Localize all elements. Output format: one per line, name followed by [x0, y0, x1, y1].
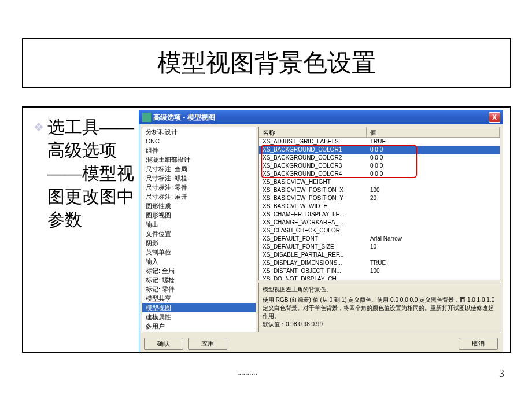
- category-item[interactable]: 图形视图: [142, 210, 256, 220]
- category-item[interactable]: 阴影: [142, 238, 256, 247]
- category-item[interactable]: 尺寸标注: 螺栓: [142, 173, 256, 183]
- cell-name: XS_DEFAULT_FONT: [259, 235, 367, 243]
- description-panel: 模型视图左上角的背景色。 使用 RGB (红绿蓝) 值 (从 0 到 1) 定义…: [258, 283, 500, 332]
- category-panel: 分析和设计CNC组件混凝土细部设计尺寸标注: 全局尺寸标注: 螺栓尺寸标注: 零…: [142, 127, 256, 332]
- cancel-button[interactable]: 取消: [459, 338, 498, 350]
- cell-value: TRUE: [367, 259, 500, 267]
- cell-value: 0 0 0: [367, 170, 500, 178]
- category-item[interactable]: 图形性质: [142, 201, 256, 210]
- ok-button[interactable]: 确认: [144, 338, 183, 350]
- right-panel: 名称 值 XS_ADJUST_GRID_LABELSTRUEXS_BACKGRO…: [258, 127, 500, 332]
- table-row[interactable]: XS_DISPLAY_DIMENSIONS...TRUE: [259, 259, 500, 267]
- cell-value: 0 0 0: [367, 146, 500, 154]
- table-row[interactable]: XS_DEFAULT_FONTArial Narrow: [259, 235, 500, 243]
- category-item[interactable]: 尺寸标注: 零件: [142, 183, 256, 192]
- table-row[interactable]: XS_DISABLE_PARTIAL_REF...: [259, 251, 500, 259]
- category-list[interactable]: 分析和设计CNC组件混凝土细部设计尺寸标注: 全局尺寸标注: 螺栓尺寸标注: 零…: [142, 127, 256, 332]
- cell-name: XS_DISABLE_PARTIAL_REF...: [259, 251, 367, 259]
- cell-name: XS_BACKGROUND_COLOR2: [259, 154, 367, 162]
- category-item[interactable]: 英制单位: [142, 247, 256, 257]
- desc-line1: 模型视图左上角的背景色。: [263, 286, 496, 294]
- cell-value: 0 0 0: [367, 162, 500, 170]
- cell-name: XS_BACKGROUND_COLOR3: [259, 162, 367, 170]
- category-item[interactable]: 多用户: [142, 322, 256, 331]
- cell-name: XS_DEFAULT_FONT_SIZE: [259, 243, 367, 251]
- category-item[interactable]: 分析和设计: [142, 127, 256, 136]
- category-item[interactable]: 标记: 全局: [142, 266, 256, 275]
- table-row[interactable]: XS_BASICVIEW_HEIGHT: [259, 178, 500, 186]
- category-item[interactable]: 输入: [142, 257, 256, 266]
- category-item[interactable]: 尺寸标注: 展开: [142, 192, 256, 201]
- column-value[interactable]: 值: [367, 127, 500, 137]
- footer-dots: ..........: [237, 368, 257, 377]
- category-item[interactable]: 尺寸标注: 全局: [142, 164, 256, 173]
- category-item[interactable]: 模型共享: [142, 294, 256, 303]
- cell-name: XS_DISTANT_OBJECT_FIN...: [259, 267, 367, 275]
- diamond-bullet-icon: ❖: [34, 116, 44, 231]
- category-item[interactable]: 编号: [142, 331, 256, 332]
- cell-name: XS_DISPLAY_DIMENSIONS...: [259, 259, 367, 267]
- table-row[interactable]: XS_BASICVIEW_POSITION_X100: [259, 186, 500, 194]
- cell-name: XS_CLASH_CHECK_COLOR: [259, 227, 367, 235]
- slide-title-box: 模型视图背景色设置: [22, 38, 511, 88]
- bullet-text: 选工具——高级选项——模型视图更改图中参数: [47, 116, 138, 231]
- category-item[interactable]: 文件位置: [142, 229, 256, 238]
- table-row[interactable]: XS_BACKGROUND_COLOR10 0 0: [259, 146, 500, 154]
- cell-value: [367, 275, 500, 280]
- cell-name: XS_BACKGROUND_COLOR1: [259, 146, 367, 154]
- cell-value: [367, 219, 500, 227]
- table-row[interactable]: XS_BASICVIEW_POSITION_Y20: [259, 194, 500, 202]
- category-item[interactable]: CNC: [142, 136, 256, 146]
- dialog-title: 高级选项 - 模型视图: [153, 113, 489, 123]
- table-row[interactable]: XS_CHAMFER_DISPLAY_LE...: [259, 210, 500, 219]
- table-header: 名称 值: [259, 127, 500, 138]
- cell-value: [367, 210, 500, 219]
- cell-value: 100: [367, 267, 500, 275]
- table-row[interactable]: XS_DEFAULT_FONT_SIZE10: [259, 243, 500, 251]
- category-item[interactable]: 模型视图: [142, 303, 256, 312]
- cell-value: 0 0 0: [367, 154, 500, 162]
- table-row[interactable]: XS_DISTANT_OBJECT_FIN...100: [259, 267, 500, 275]
- cell-name: XS_BASICVIEW_WIDTH: [259, 202, 367, 210]
- table-row[interactable]: XS_CHANGE_WORKAREA_...: [259, 219, 500, 227]
- table-row[interactable]: XS_DO_NOT_DISPLAY_CH...: [259, 275, 500, 280]
- cell-name: XS_CHANGE_WORKAREA_...: [259, 219, 367, 227]
- cell-name: XS_BASICVIEW_POSITION_Y: [259, 194, 367, 202]
- cell-value: 20: [367, 194, 500, 202]
- cell-value: [367, 227, 500, 235]
- table-row[interactable]: XS_BASICVIEW_WIDTH: [259, 202, 500, 210]
- page-number: 3: [499, 368, 504, 380]
- cell-name: XS_DO_NOT_DISPLAY_CH...: [259, 275, 367, 280]
- table-body[interactable]: XS_ADJUST_GRID_LABELSTRUEXS_BACKGROUND_C…: [259, 138, 500, 280]
- cell-value: [367, 178, 500, 186]
- table-row[interactable]: XS_BACKGROUND_COLOR20 0 0: [259, 154, 500, 162]
- apply-button[interactable]: 应用: [188, 338, 227, 350]
- cell-value: TRUE: [367, 138, 500, 146]
- table-row[interactable]: XS_CLASH_CHECK_COLOR: [259, 227, 500, 235]
- button-bar: 确认 应用 取消: [139, 335, 503, 352]
- cell-name: XS_CHAMFER_DISPLAY_LE...: [259, 210, 367, 219]
- cell-name: XS_BASICVIEW_POSITION_X: [259, 186, 367, 194]
- category-item[interactable]: 标记: 螺栓: [142, 275, 256, 285]
- cell-value: 10: [367, 243, 500, 251]
- close-button[interactable]: X: [489, 112, 500, 123]
- desc-line2: 使用 RGB (红绿蓝) 值 (从 0 到 1) 定义颜色。使用 0.0 0.0…: [263, 296, 496, 320]
- dialog-titlebar[interactable]: 高级选项 - 模型视图 X: [139, 110, 503, 124]
- bullet-area: ❖ 选工具——高级选项——模型视图更改图中参数: [34, 116, 138, 231]
- column-name[interactable]: 名称: [259, 127, 367, 137]
- table-row[interactable]: XS_BACKGROUND_COLOR40 0 0: [259, 170, 500, 178]
- cell-value: 100: [367, 186, 500, 194]
- category-item[interactable]: 输出: [142, 220, 256, 229]
- table-row[interactable]: XS_BACKGROUND_COLOR30 0 0: [259, 162, 500, 170]
- slide-title: 模型视图背景色设置: [157, 47, 376, 79]
- category-item[interactable]: 混凝土细部设计: [142, 155, 256, 164]
- category-item[interactable]: 组件: [142, 146, 256, 155]
- cell-name: XS_BACKGROUND_COLOR4: [259, 170, 367, 178]
- advanced-options-dialog: 高级选项 - 模型视图 X 分析和设计CNC组件混凝土细部设计尺寸标注: 全局尺…: [139, 110, 503, 352]
- cell-name: XS_BASICVIEW_HEIGHT: [259, 178, 367, 186]
- close-icon: X: [492, 113, 497, 121]
- table-row[interactable]: XS_ADJUST_GRID_LABELSTRUE: [259, 138, 500, 146]
- cell-value: [367, 251, 500, 259]
- category-item[interactable]: 标记: 零件: [142, 285, 256, 294]
- category-item[interactable]: 建模属性: [142, 312, 256, 322]
